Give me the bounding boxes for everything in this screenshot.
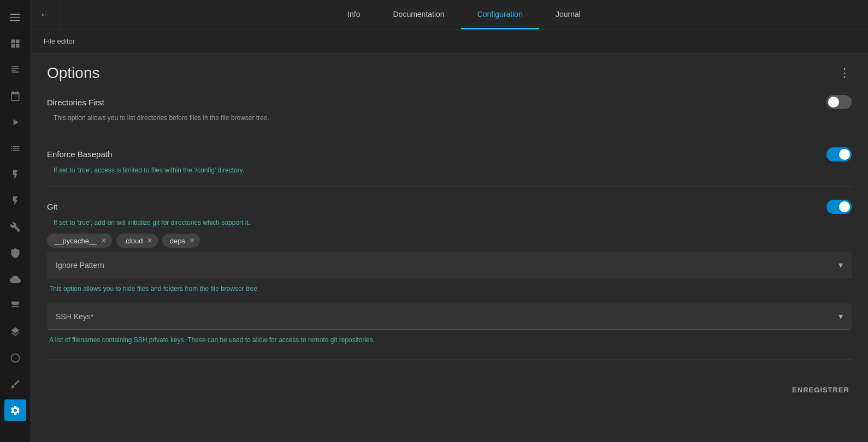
bolt-icon[interactable] <box>4 164 26 186</box>
tag-remove-pycache[interactable]: × <box>101 236 106 245</box>
toggle-directories-first[interactable] <box>826 95 852 109</box>
svg-rect-2 <box>10 20 20 21</box>
option-enforce-basepath: Enforce Basepath If set to 'true', acces… <box>47 147 852 187</box>
svg-rect-1 <box>10 17 20 18</box>
wrench-icon[interactable] <box>4 216 26 238</box>
file-editor-header: File editor <box>31 29 868 53</box>
settings-icon[interactable] <box>4 399 26 421</box>
ignore-pattern-dropdown[interactable]: Ignore Pattern ▾ <box>47 252 852 278</box>
tag-pycache: __pycache__ × <box>47 234 112 248</box>
back-button[interactable]: ← <box>31 0 60 29</box>
tag-remove-cloud[interactable]: × <box>147 236 152 245</box>
ignore-pattern-arrow-icon: ▾ <box>839 260 843 270</box>
layers-icon[interactable] <box>4 321 26 343</box>
dashboard-icon[interactable] <box>4 33 26 55</box>
main-area: ← Info Documentation Configuration Journ… <box>31 0 868 442</box>
option-header: Directories First <box>47 95 852 109</box>
save-row: ENREGISTRER <box>47 373 852 398</box>
calendar-icon[interactable] <box>4 85 26 107</box>
content-area: File editor Options ⋮ Directories First … <box>31 29 868 442</box>
tab-journal[interactable]: Journal <box>539 0 597 29</box>
toggle-slider-git <box>826 200 852 214</box>
option-desc-directories-first: This option allows you to list directori… <box>54 114 852 123</box>
flash-icon[interactable] <box>4 190 26 212</box>
option-directories-first: Directories First This option allows you… <box>47 95 852 134</box>
tab-info[interactable]: Info <box>331 0 376 29</box>
shield-icon[interactable] <box>4 242 26 264</box>
options-panel: Options ⋮ Directories First This option … <box>31 53 868 442</box>
tab-configuration[interactable]: Configuration <box>461 0 539 29</box>
option-name-directories-first: Directories First <box>47 98 104 107</box>
ignore-pattern-label: Ignore Pattern <box>56 261 104 270</box>
brush-icon[interactable] <box>4 373 26 395</box>
option-desc-enforce-basepath: If set to 'true', access is limited to f… <box>54 166 852 175</box>
media-icon[interactable] <box>4 111 26 133</box>
toggle-slider-directories-first <box>826 95 852 109</box>
nav-tabs: Info Documentation Configuration Journal <box>331 0 597 29</box>
option-header-basepath: Enforce Basepath <box>47 147 852 162</box>
save-button[interactable]: ENREGISTRER <box>790 381 852 398</box>
ssh-keys-arrow-icon: ▾ <box>839 311 843 321</box>
database-icon[interactable] <box>4 295 26 316</box>
tab-documentation[interactable]: Documentation <box>376 0 460 29</box>
ssh-keys-dropdown[interactable]: SSH Keys* ▾ <box>47 303 852 330</box>
svg-rect-0 <box>10 14 20 15</box>
tag-cloud: .cloud × <box>116 234 158 248</box>
topnav: ← Info Documentation Configuration Journ… <box>31 0 868 29</box>
cloud-icon[interactable] <box>4 268 26 290</box>
option-name-enforce-basepath: Enforce Basepath <box>47 150 112 159</box>
toggle-slider-enforce-basepath <box>826 147 852 162</box>
ssh-keys-desc: A list of filenames containing SSH priva… <box>47 332 852 348</box>
sidebar <box>0 0 31 442</box>
bookmark-icon[interactable] <box>4 347 26 369</box>
tag-remove-deps[interactable]: × <box>190 236 194 245</box>
more-options-button[interactable]: ⋮ <box>839 66 852 80</box>
option-header-git: Git <box>47 200 852 214</box>
hacs-icon[interactable] <box>4 59 26 81</box>
menu-icon[interactable] <box>4 7 26 28</box>
tag-deps: deps × <box>162 234 200 248</box>
ignore-pattern-desc: This option allows you to hide files and… <box>47 280 852 297</box>
toggle-enforce-basepath[interactable] <box>826 147 852 162</box>
list-icon[interactable] <box>4 138 26 159</box>
option-git: Git If set to 'true', add-on will initia… <box>47 200 852 360</box>
toggle-git[interactable] <box>826 200 852 214</box>
git-tags-row: __pycache__ × .cloud × deps × <box>47 234 852 248</box>
option-desc-git: If set to 'true', add-on will initialize… <box>54 218 852 228</box>
option-name-git: Git <box>47 202 57 211</box>
ssh-keys-label: SSH Keys* <box>56 312 93 321</box>
options-title: Options ⋮ <box>47 64 852 82</box>
